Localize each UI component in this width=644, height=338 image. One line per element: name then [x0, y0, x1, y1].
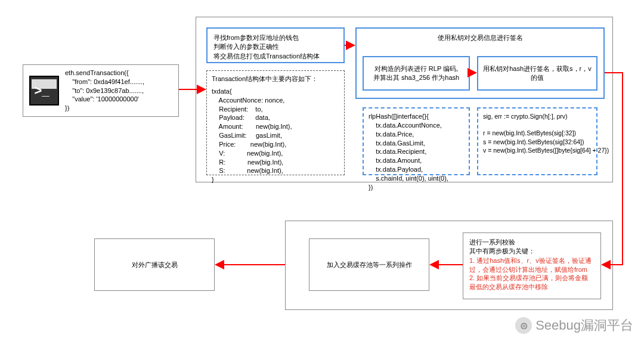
- verify-r2: 2. 如果当前交易缓存池已满，则会将金额最低的交易从缓存池中移除: [469, 274, 595, 292]
- verify-title: 进行一系列校验: [469, 238, 595, 247]
- verify-sub: 其中有两步极为关键：: [469, 247, 595, 256]
- wechat-icon: ⊜: [515, 317, 532, 334]
- join-pool-box: 加入交易缓存池等一系列操作: [309, 238, 429, 291]
- find-wallet-l3: 将交易信息打包成Transaction结构体: [213, 52, 338, 61]
- terminal-box: >_ eth.sendTransaction({ "from": 0xda49f…: [23, 64, 179, 117]
- tx-struct-body: txdata{ AccountNonce: nonce, Recipient: …: [212, 87, 339, 184]
- rlp-encode-box: 对构造的列表进行 RLP 编码, 并算出其 sha3_256 作为hash: [363, 56, 470, 91]
- tx-struct-title: Transaction结构体中主要内容如下：: [212, 75, 339, 83]
- broadcast-text: 对外广播该交易: [132, 261, 178, 269]
- find-wallet-l1: 寻找from参数对应地址的钱包: [213, 33, 338, 42]
- tx-struct-box: Transaction结构体中主要内容如下： txdata{ AccountNo…: [206, 70, 345, 175]
- sign-hash-text: 用私钥对hash进行签名，获取s，r，v的值: [483, 64, 592, 82]
- rlp-hash-body: rlpHash([]interface{}{ tx.data.AccountNo…: [369, 112, 464, 192]
- find-wallet-l2: 判断传入的参数正确性: [213, 42, 338, 51]
- rlp-hash-box: rlpHash([]interface{}{ tx.data.AccountNo…: [363, 107, 470, 175]
- broadcast-box: 对外广播该交易: [94, 238, 215, 291]
- find-wallet-box: 寻找from参数对应地址的钱包 判断传入的参数正确性 将交易信息打包成Trans…: [206, 27, 345, 63]
- terminal-code: eth.sendTransaction({ "from": 0xda49f41e…: [65, 69, 144, 113]
- crypto-sign-box: sig, err := crypto.Sign(h[:], prv) r = n…: [477, 107, 597, 175]
- watermark: ⊜ Seebug漏洞平台: [515, 317, 633, 334]
- verify-box: 进行一系列校验 其中有两步极为关键： 1. 通过hash值和s、r、v验证签名，…: [463, 232, 601, 299]
- join-pool-text: 加入交易缓存池等一系列操作: [327, 261, 412, 269]
- sign-hash-box: 用私钥对hash进行签名，获取s，r，v的值: [477, 56, 597, 91]
- rlp-encode-text: 对构造的列表进行 RLP 编码, 并算出其 sha3_256 作为hash: [373, 64, 459, 82]
- terminal-icon: >_: [29, 76, 59, 106]
- sign-title: 使用私钥对交易信息进行签名: [357, 29, 603, 46]
- crypto-sign-body: sig, err := crypto.Sign(h[:], prv) r = n…: [483, 112, 592, 154]
- verify-r1: 1. 通过hash值和s、r、v验证签名，验证通过，会通过公钥计算出地址，赋值给…: [469, 256, 595, 274]
- watermark-text: Seebug漏洞平台: [535, 317, 633, 334]
